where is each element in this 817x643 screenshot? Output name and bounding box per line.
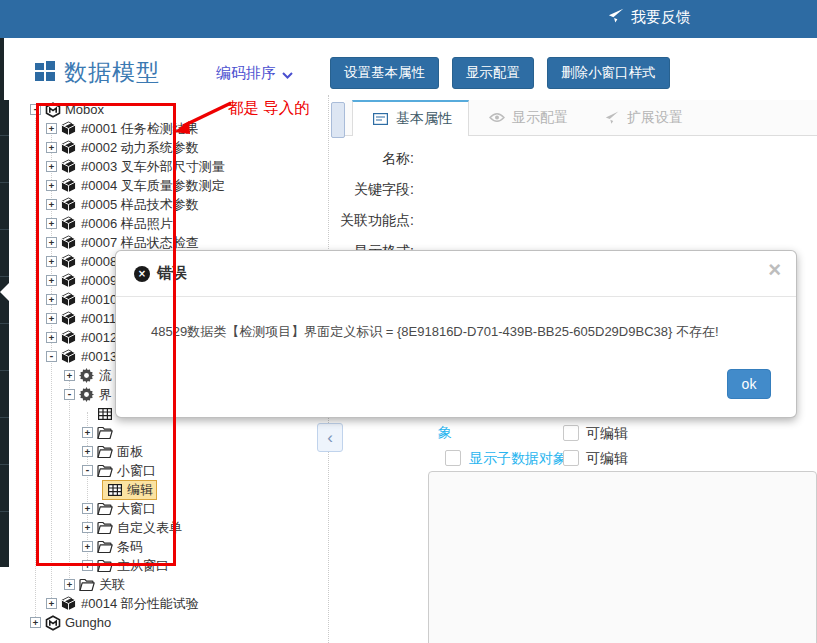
tab-label: 显示配置 <box>512 109 568 127</box>
expander-minus-icon[interactable]: - <box>82 465 93 476</box>
app-root: 我要反馈 数据模型 编码排序 设置基本属性显示配置删除小窗口样式 -Mobox+… <box>0 0 817 643</box>
expander-minus-icon[interactable]: - <box>64 389 75 400</box>
toolbar-button-1[interactable]: 设置基本属性 <box>330 57 439 89</box>
expander-plus-icon[interactable]: + <box>82 446 93 457</box>
tab-extend[interactable]: 扩展设置 <box>584 100 699 135</box>
expander-plus-icon[interactable]: + <box>46 142 57 153</box>
editable-checkbox-2[interactable] <box>563 450 579 466</box>
expander-plus-icon[interactable]: + <box>64 370 75 381</box>
tab-strip: 基本属性显示配置扩展设置 <box>345 100 817 136</box>
tree-node-0009[interactable]: +#0009 <box>46 271 117 290</box>
editable-checkbox-1[interactable] <box>563 425 579 441</box>
topbar: 我要反馈 <box>0 0 817 38</box>
tab-label: 扩展设置 <box>627 109 683 127</box>
tree-node-small-window[interactable]: -小窗口 <box>82 461 156 480</box>
sidebar-collapse-arrow-icon[interactable] <box>0 283 9 301</box>
expander-plus-icon[interactable]: + <box>46 123 57 134</box>
expander-plus-icon[interactable]: + <box>64 579 75 590</box>
expander-plus-icon[interactable]: + <box>46 180 57 191</box>
tree-node-0001[interactable]: +#0001 任务检测结果 <box>46 119 199 138</box>
tree-node-0002[interactable]: +#0002 动力系统参数 <box>46 138 199 157</box>
scrollbar-thumb[interactable] <box>331 102 345 138</box>
expander-plus-icon[interactable]: + <box>82 541 93 552</box>
tree-node-interface[interactable]: -界 <box>64 385 112 404</box>
tab-display[interactable]: 显示配置 <box>469 100 584 135</box>
expander-plus-icon[interactable]: + <box>46 161 57 172</box>
tree-node-label: #0007 样品状态检查 <box>81 234 199 252</box>
sort-dropdown[interactable]: 编码排序 <box>216 64 293 83</box>
tree-node-folder-hidden[interactable]: + <box>82 423 117 442</box>
table-icon <box>106 484 123 496</box>
tree-node-0013[interactable]: -#0013 <box>46 347 117 366</box>
tree-node-grid-view[interactable] <box>82 404 117 423</box>
sort-label: 编码排序 <box>216 64 276 83</box>
editable-label-2: 可编辑 <box>586 450 628 468</box>
form-icon <box>372 113 389 125</box>
cube-icon <box>60 292 77 307</box>
show-child-objects-label: 显示子数据对象 <box>469 450 567 468</box>
expander-plus-icon[interactable]: + <box>46 237 57 248</box>
expander-plus-icon[interactable]: + <box>82 522 93 533</box>
show-child-objects-checkbox[interactable] <box>445 450 461 466</box>
form-label-2: 关键字段: <box>300 181 414 199</box>
editable-label-1: 可编辑 <box>586 425 628 443</box>
folder-icon <box>96 540 113 554</box>
tree-node-0014[interactable]: +#0014 部分性能试验 <box>46 594 199 613</box>
ok-button[interactable]: ok <box>727 369 771 399</box>
splitter-collapse-button[interactable]: ‹ <box>317 423 343 452</box>
tree-node-custom-form[interactable]: +自定义表单 <box>82 518 182 537</box>
toolbar-button-2[interactable]: 显示配置 <box>452 57 534 89</box>
expander-plus-icon[interactable]: + <box>46 275 57 286</box>
tree-node-label: #0001 任务检测结果 <box>81 120 199 138</box>
tree-node-label: 流 <box>99 367 112 385</box>
expander-minus-icon[interactable]: - <box>46 351 57 362</box>
tree-node-0011[interactable]: +#0011 <box>46 309 116 328</box>
expander-plus-icon[interactable]: + <box>30 617 41 628</box>
expander-plus-icon[interactable]: + <box>46 218 57 229</box>
tree-node-0005[interactable]: +#0005 样品技术参数 <box>46 195 199 214</box>
annotation-note: 都是 导入的 <box>228 98 310 119</box>
expander-plus-icon[interactable]: + <box>82 427 93 438</box>
expander-plus-icon[interactable]: + <box>46 199 57 210</box>
tab-basic[interactable]: 基本属性 <box>352 100 469 136</box>
expander-plus-icon[interactable]: + <box>82 503 93 514</box>
tree-node-label: 界 <box>99 386 112 404</box>
cube-icon <box>60 349 77 364</box>
tree-node-0003[interactable]: +#0003 叉车外部尺寸测量 <box>46 157 225 176</box>
tree-node-0006[interactable]: +#0006 样品照片 <box>46 214 173 233</box>
tree-node-mobox[interactable]: -Mobox <box>30 100 104 119</box>
tree-node-relation[interactable]: +关联 <box>64 575 125 594</box>
expander-plus-icon[interactable]: + <box>46 313 57 324</box>
tree-node-0004[interactable]: +#0004 叉车质量参数测定 <box>46 176 225 195</box>
tree-node-panel[interactable]: +面板 <box>82 442 143 461</box>
tree-node-label: #0012 <box>81 330 117 345</box>
tree-node-gungho[interactable]: +Gungho <box>30 613 111 632</box>
sidebar-divider <box>0 182 9 183</box>
tree-node-label: #0013 <box>81 349 117 364</box>
cube-icon <box>60 235 77 250</box>
tree-node-0008[interactable]: +#0008 <box>46 252 117 271</box>
collapsed-sidebar-sliver <box>0 38 4 100</box>
tree-node-flow[interactable]: +流 <box>64 366 112 385</box>
error-icon: × <box>134 266 150 282</box>
tree-node-label: 小窗口 <box>117 462 156 480</box>
tree-node-0010[interactable]: +#0010 <box>46 290 117 309</box>
expander-plus-icon[interactable]: + <box>82 560 93 571</box>
feedback-button[interactable]: 我要反馈 <box>608 8 691 27</box>
tree-node-large-window[interactable]: +大窗口 <box>82 499 156 518</box>
close-icon[interactable]: × <box>768 257 781 283</box>
tree-node-master-detail[interactable]: +主从窗口 <box>82 556 169 575</box>
tree-node-0012[interactable]: +#0012 <box>46 328 117 347</box>
cube-icon <box>60 216 77 231</box>
tree-node-barcode[interactable]: +条码 <box>82 537 143 556</box>
expander-plus-icon[interactable]: + <box>46 294 57 305</box>
cube-icon <box>60 596 77 611</box>
tree-node-label: 大窗口 <box>117 500 156 518</box>
expander-minus-icon[interactable]: - <box>30 104 41 115</box>
expander-plus-icon[interactable]: + <box>46 332 57 343</box>
tree-node-label: #0011 <box>81 311 116 326</box>
expander-plus-icon[interactable]: + <box>46 598 57 609</box>
toolbar-button-3[interactable]: 删除小窗口样式 <box>547 57 670 89</box>
tree-node-edit[interactable]: 编辑 <box>90 480 157 499</box>
expander-plus-icon[interactable]: + <box>46 256 57 267</box>
